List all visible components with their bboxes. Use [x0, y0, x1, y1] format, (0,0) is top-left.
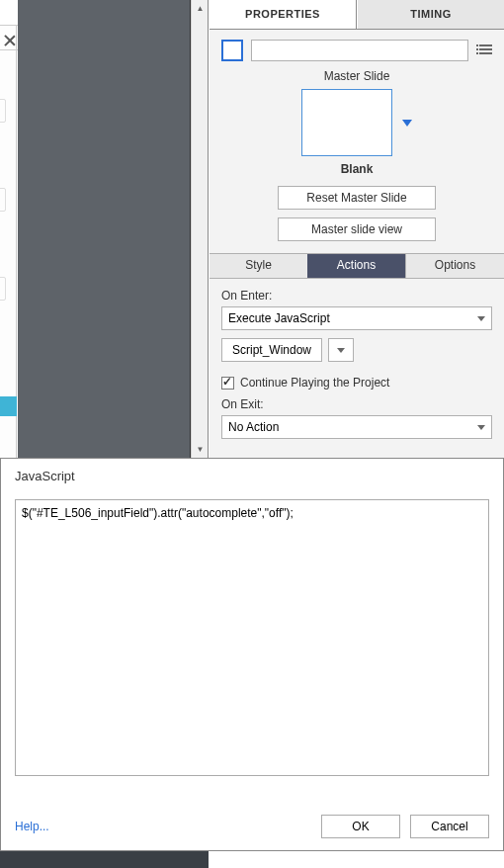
- slide-name-input[interactable]: [251, 40, 468, 61]
- slide-name-row: [221, 40, 492, 61]
- on-exit-label: On Exit:: [221, 397, 492, 411]
- dialog-title: JavaScript: [1, 459, 503, 491]
- thumb-placeholder: [0, 277, 6, 301]
- thumb-placeholder: [0, 188, 6, 212]
- on-exit-action-select[interactable]: No Action: [221, 415, 492, 439]
- ok-button[interactable]: OK: [321, 815, 400, 838]
- left-strip: ▲ ▼: [0, 0, 209, 458]
- divider: [0, 25, 18, 26]
- master-slide-row: [221, 89, 492, 156]
- subtab-options[interactable]: Options: [405, 254, 504, 278]
- master-slide-thumbnail[interactable]: [301, 89, 392, 156]
- inspector-panel: PROPERTIES TIMING Master Slide Blank Res…: [210, 0, 504, 458]
- divider: [0, 49, 18, 50]
- continue-playing-row: Continue Playing the Project: [221, 376, 492, 390]
- subtab-actions[interactable]: Actions: [307, 254, 405, 278]
- slide-icon: [221, 40, 243, 61]
- tab-timing[interactable]: TIMING: [357, 0, 504, 29]
- subtab-style[interactable]: Style: [210, 254, 307, 278]
- master-slide-heading: Master Slide: [221, 69, 492, 83]
- property-subtabs: Style Actions Options: [210, 253, 504, 279]
- selected-thumb-indicator: [0, 396, 17, 416]
- thumb-placeholder: [0, 99, 6, 123]
- master-slide-dropdown-icon[interactable]: [402, 120, 412, 127]
- inspector-tabs: PROPERTIES TIMING: [210, 0, 504, 30]
- properties-body: Master Slide Blank Reset Master Slide Ma…: [210, 30, 504, 449]
- vertical-scrollbar[interactable]: ▲ ▼: [191, 0, 208, 458]
- dialog-footer: Help... OK Cancel: [15, 815, 489, 838]
- script-window-button[interactable]: Script_Window: [221, 338, 322, 362]
- scroll-up-icon[interactable]: ▲: [192, 0, 209, 17]
- close-icon[interactable]: [3, 34, 17, 47]
- help-link[interactable]: Help...: [15, 820, 49, 833]
- cancel-button[interactable]: Cancel: [410, 815, 489, 838]
- continue-playing-label: Continue Playing the Project: [240, 376, 389, 390]
- canvas-area: [18, 0, 191, 458]
- master-slide-view-button[interactable]: Master slide view: [278, 217, 436, 241]
- javascript-code-input[interactable]: [15, 499, 489, 776]
- javascript-dialog: JavaScript Help... OK Cancel: [0, 458, 504, 851]
- scroll-down-icon[interactable]: ▼: [192, 441, 209, 458]
- menu-icon[interactable]: [476, 43, 492, 57]
- tab-properties[interactable]: PROPERTIES: [210, 0, 357, 29]
- bottom-strip: [0, 851, 209, 868]
- script-dropdown-button[interactable]: [328, 338, 354, 362]
- script-row: Script_Window: [221, 338, 492, 362]
- on-enter-label: On Enter:: [221, 289, 492, 303]
- continue-playing-checkbox[interactable]: [221, 377, 234, 390]
- reset-master-slide-button[interactable]: Reset Master Slide: [278, 186, 436, 210]
- master-slide-name: Blank: [221, 162, 492, 176]
- thumbnail-gutter: [0, 25, 17, 458]
- on-enter-action-select[interactable]: Execute JavaScript: [221, 306, 492, 330]
